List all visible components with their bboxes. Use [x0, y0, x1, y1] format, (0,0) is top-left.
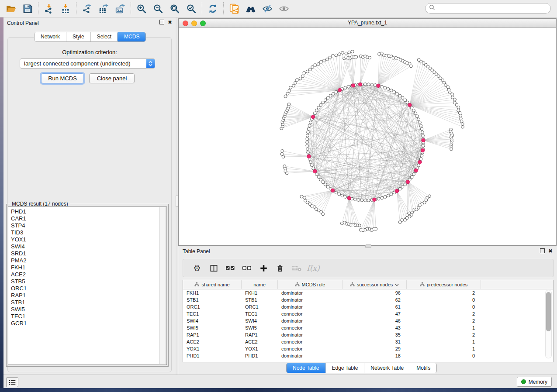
- mcds-result-item[interactable]: STB1: [11, 299, 166, 306]
- table-cell: 2: [407, 331, 481, 338]
- add-column-icon[interactable]: [256, 261, 271, 275]
- delete-column-icon[interactable]: [272, 261, 288, 275]
- tab-network-table[interactable]: Network Table: [364, 363, 410, 373]
- mcds-result-item[interactable]: PMA2: [11, 257, 166, 264]
- new-network-from-selection-icon[interactable]: [226, 2, 242, 15]
- column-header-predecessor-nodes[interactable]: predecessor nodes: [407, 280, 481, 289]
- mcds-result-item[interactable]: ACE2: [11, 271, 166, 278]
- show-panels-list-button[interactable]: [6, 377, 18, 387]
- mcds-result-item[interactable]: YOX1: [11, 236, 166, 243]
- mcds-result-item[interactable]: RAP1: [11, 292, 166, 299]
- save-session-icon[interactable]: [19, 2, 36, 15]
- table-row[interactable]: RAP1RAP1dominator352: [183, 331, 553, 338]
- zoom-selected-icon[interactable]: [183, 2, 200, 15]
- delete-table-icon: [289, 261, 304, 275]
- show-all-icon[interactable]: [276, 2, 292, 15]
- search-box[interactable]: [425, 3, 551, 14]
- table-row[interactable]: ORC1ORC1dominator610: [183, 303, 553, 310]
- shared-column-icon: [194, 282, 199, 288]
- zoom-in-icon[interactable]: [133, 2, 150, 15]
- mcds-list-scrollbar[interactable]: [159, 207, 166, 364]
- first-neighbors-icon[interactable]: [242, 2, 259, 15]
- table-row[interactable]: TEC1TEC1connector472: [183, 310, 553, 317]
- close-panel-button[interactable]: Close panel: [89, 73, 135, 83]
- close-window-icon[interactable]: [183, 21, 188, 26]
- mcds-result-item[interactable]: TEC1: [11, 313, 166, 320]
- table-cell: ACE2: [183, 338, 242, 345]
- table-scrollbar[interactable]: [545, 290, 552, 358]
- tab-node-table[interactable]: Node Table: [286, 363, 326, 373]
- mcds-result-item[interactable]: STP4: [11, 222, 166, 229]
- tab-select[interactable]: Select: [90, 32, 118, 41]
- network-canvas[interactable]: [179, 28, 556, 245]
- close-table-panel-icon[interactable]: ✖: [548, 249, 553, 253]
- table-row[interactable]: PHD1PHD1dominator180: [183, 352, 553, 359]
- mcds-result-list[interactable]: PHD1CAR1STP4TID3YOX1SWI4SRD1PMA2FKH1ACE2…: [8, 206, 167, 365]
- table-cell: 1: [407, 324, 481, 331]
- close-panel-icon[interactable]: ✖: [168, 20, 172, 24]
- column-header-successor-nodes[interactable]: successor nodes: [343, 280, 407, 289]
- search-input[interactable]: [437, 5, 544, 12]
- import-table-icon[interactable]: [57, 2, 74, 15]
- table-settings-icon[interactable]: ⚙: [189, 261, 205, 275]
- mcds-result-item[interactable]: CAR1: [11, 215, 166, 222]
- mcds-result-item[interactable]: ORC1: [11, 285, 166, 292]
- network-window-titlebar[interactable]: YPA_prune.txt_1: [179, 19, 556, 28]
- export-table-icon[interactable]: [95, 2, 112, 15]
- open-session-icon[interactable]: [3, 2, 19, 15]
- table-cell: 2: [407, 317, 481, 324]
- table-row[interactable]: FKH1FKH1dominator962: [183, 289, 553, 296]
- mcds-result-item[interactable]: SRD1: [11, 250, 166, 257]
- table-cell: YOX1: [183, 345, 242, 352]
- tab-edge-table[interactable]: Edge Table: [325, 363, 364, 373]
- float-panel-icon[interactable]: [159, 20, 164, 24]
- mcds-result-item[interactable]: PHD1: [11, 208, 166, 215]
- show-columns-icon[interactable]: [206, 261, 221, 275]
- table-panel-splitter-handle[interactable]: [365, 244, 371, 248]
- tab-mcds[interactable]: MCDS: [117, 32, 146, 42]
- table-panel: Table Panel ✖ ⚙f(x) shared namenameMCDS …: [178, 246, 557, 375]
- mcds-result-item[interactable]: FKH1: [11, 264, 166, 271]
- export-network-icon[interactable]: [79, 2, 95, 15]
- table-cell: 1: [407, 345, 481, 352]
- float-table-panel-icon[interactable]: [540, 248, 545, 253]
- table-row[interactable]: SWI4SWI4dominator462: [183, 317, 553, 324]
- zoom-fit-icon[interactable]: [166, 2, 183, 15]
- column-header-shared-name[interactable]: shared name: [183, 280, 242, 289]
- import-network-icon[interactable]: [41, 2, 57, 15]
- shared-column-icon: [420, 282, 425, 288]
- table-cell: PHD1: [183, 352, 242, 359]
- run-mcds-button[interactable]: Run MCDS: [41, 73, 84, 83]
- tab-motifs[interactable]: Motifs: [410, 363, 436, 373]
- table-panel-tabs: Node TableEdge TableNetwork TableMotifs: [286, 363, 437, 373]
- table-scrollbar-thumb[interactable]: [546, 292, 551, 331]
- mcds-result-item[interactable]: STB5: [11, 278, 166, 285]
- deselect-all-rows-icon[interactable]: [239, 261, 255, 275]
- table-row[interactable]: ACE2ACE2connector311: [183, 338, 553, 345]
- mcds-result-item[interactable]: SWI5: [11, 306, 166, 313]
- mcds-result-item[interactable]: SWI4: [11, 243, 166, 250]
- optimization-criterion-dropdown[interactable]: largest connected component (undirected): [20, 58, 155, 69]
- select-all-rows-icon[interactable]: [222, 261, 238, 275]
- refresh-icon[interactable]: [204, 2, 221, 15]
- table-toolbar: ⚙f(x): [183, 259, 554, 277]
- minimize-window-icon[interactable]: [191, 21, 197, 26]
- memory-status-icon: [521, 379, 526, 384]
- maximize-window-icon[interactable]: [200, 21, 206, 26]
- table-body: FKH1FKH1dominator962STB1STB1dominator620…: [183, 289, 553, 359]
- tab-network[interactable]: Network: [35, 32, 66, 41]
- table-row[interactable]: SWI5SWI5connector431: [183, 324, 553, 331]
- column-header-name[interactable]: name: [242, 280, 278, 289]
- table-row[interactable]: STB1STB1dominator620: [183, 296, 553, 303]
- table-row[interactable]: YOX1YOX1connector291: [183, 345, 553, 352]
- zoom-out-icon[interactable]: [150, 2, 166, 15]
- column-header-MCDS-role[interactable]: MCDS role: [278, 280, 343, 289]
- mcds-result-item[interactable]: TID3: [11, 229, 166, 236]
- mcds-result-item[interactable]: GCR1: [11, 320, 166, 327]
- table-cell: 96: [343, 289, 407, 296]
- memory-button[interactable]: Memory: [517, 377, 552, 387]
- tab-style[interactable]: Style: [66, 32, 90, 41]
- hide-selected-icon[interactable]: [259, 2, 276, 15]
- export-image-icon[interactable]: [112, 2, 128, 15]
- table-cell: dominator: [278, 352, 343, 359]
